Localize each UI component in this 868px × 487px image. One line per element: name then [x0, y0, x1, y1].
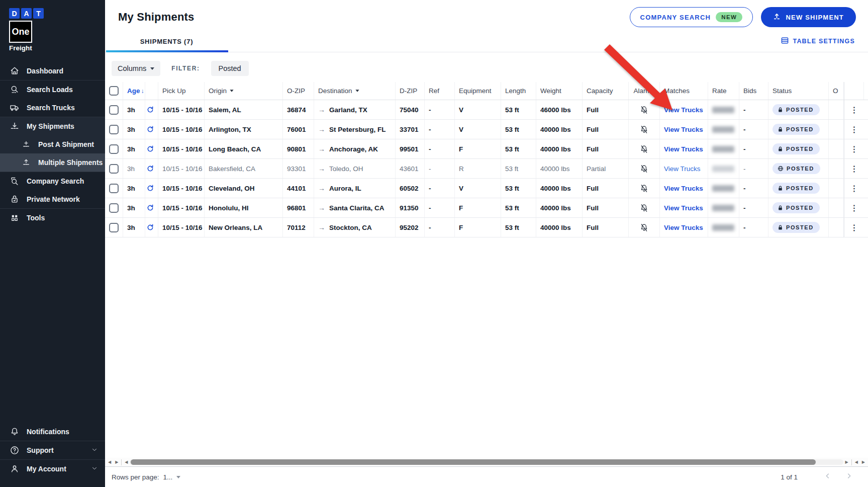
refresh-icon[interactable] [146, 145, 154, 153]
column-header-alarms[interactable]: Alarms [629, 82, 660, 100]
sidebar-item-search-trucks[interactable]: Search Trucks [0, 99, 105, 117]
length-cell: 53 ft [501, 100, 536, 119]
column-header-ozip[interactable]: O-ZIP [283, 82, 314, 100]
refresh-icon[interactable] [146, 106, 154, 114]
scroll-right-icon[interactable]: ▶ [843, 460, 850, 464]
empty-area [105, 237, 868, 458]
row-checkbox[interactable] [109, 164, 119, 174]
column-header-bids[interactable]: Bids [739, 82, 768, 100]
sidebar-item-label: Notifications [27, 428, 69, 436]
column-header-destination[interactable]: Destination [314, 82, 396, 100]
sidebar-item-private-network[interactable]: Private Network [0, 190, 105, 208]
scroll-right-icon[interactable]: ▶ [113, 460, 120, 464]
scrollbar-thumb[interactable] [131, 459, 815, 465]
refresh-icon[interactable] [146, 125, 154, 133]
caret-down-icon [176, 476, 180, 478]
column-header-rate[interactable]: Rate [708, 82, 739, 100]
refresh-cell [145, 179, 158, 198]
kebab-menu-icon[interactable]: ⋮ [850, 164, 858, 174]
caret-down-icon [230, 90, 233, 92]
row-checkbox[interactable] [109, 203, 119, 213]
sidebar-item-my-account[interactable]: My Account [0, 460, 105, 478]
kebab-menu-icon[interactable]: ⋮ [850, 144, 858, 154]
actions-cell: ⋮ [844, 218, 864, 237]
view-trucks-link[interactable]: View Trucks [664, 145, 703, 153]
rate-redacted [712, 185, 734, 192]
sidebar-item-search-loads[interactable]: Search Loads [0, 80, 105, 99]
scroll-right-icon[interactable]: ▶ [860, 460, 867, 464]
overflow-cell [829, 218, 844, 237]
kebab-menu-icon[interactable]: ⋮ [850, 125, 858, 134]
column-header-length[interactable]: Length [501, 82, 536, 100]
column-header-ref[interactable]: Ref [425, 82, 455, 100]
weight-cell: 40000 lbs [536, 139, 583, 158]
tab-shipments[interactable]: SHIPMENTS (7) [105, 38, 228, 52]
row-checkbox[interactable] [109, 223, 119, 232]
new-shipment-button[interactable]: NEW SHIPMENT [761, 7, 856, 27]
kebab-menu-icon[interactable]: ⋮ [850, 223, 858, 232]
row-checkbox[interactable] [109, 105, 119, 115]
sidebar-item-label: Dashboard [27, 67, 63, 75]
column-header-weight[interactable]: Weight [536, 82, 583, 100]
view-trucks-link[interactable]: View Trucks [664, 204, 703, 212]
refresh-icon[interactable] [146, 204, 154, 212]
view-trucks-link[interactable]: View Trucks [664, 106, 703, 114]
sidebar-item-multiple-shipments[interactable]: Multiple Shipments [0, 153, 105, 172]
sidebar-item-my-shipments[interactable]: My Shipments [0, 117, 105, 135]
scrollbar-track[interactable] [130, 459, 843, 465]
destination-cell: →St Petersburg, FL [314, 120, 396, 139]
column-header-age[interactable]: Age↓ [123, 82, 145, 100]
sidebar-item-post-a-shipment[interactable]: Post A Shipment [0, 135, 105, 153]
column-header-origin[interactable]: Origin [205, 82, 283, 100]
view-trucks-link[interactable]: View Trucks [664, 185, 703, 192]
row-checkbox[interactable] [109, 144, 119, 154]
column-header-dzip[interactable]: D-ZIP [396, 82, 425, 100]
column-header-status[interactable]: Status [768, 82, 829, 100]
view-trucks-link[interactable]: View Trucks [664, 126, 703, 133]
column-header-overflow[interactable]: O [829, 82, 844, 100]
refresh-icon[interactable] [146, 165, 154, 173]
column-header-pickup[interactable]: Pick Up [158, 82, 205, 100]
kebab-menu-icon[interactable]: ⋮ [850, 105, 858, 115]
refresh-icon[interactable] [146, 223, 154, 231]
sidebar-item-dashboard[interactable]: Dashboard [0, 62, 105, 80]
kebab-menu-icon[interactable]: ⋮ [850, 203, 858, 213]
rows-per-page-select[interactable]: Rows per page: 1... [112, 473, 180, 481]
kebab-menu-icon[interactable]: ⋮ [850, 184, 858, 193]
sidebar-item-tools[interactable]: Tools [0, 209, 105, 227]
bell-off-icon [639, 223, 649, 232]
row-checkbox[interactable] [109, 184, 119, 193]
ozip-cell: 70112 [283, 218, 314, 237]
table-settings-button[interactable]: TABLE SETTINGS [781, 37, 855, 46]
sidebar-item-support[interactable]: Support [0, 441, 105, 459]
refresh-icon[interactable] [146, 184, 154, 192]
alarms-cell [629, 139, 660, 158]
column-header-refresh [145, 82, 158, 100]
previous-page-button[interactable] [824, 472, 832, 482]
columns-dropdown[interactable]: Columns [112, 61, 160, 76]
refresh-cell [145, 139, 158, 158]
column-header-equipment[interactable]: Equipment [455, 82, 501, 100]
status-label: POSTED [786, 205, 814, 211]
scroll-left-icon[interactable]: ◀ [853, 460, 860, 464]
scroll-left-icon[interactable]: ◀ [106, 460, 113, 464]
next-page-button[interactable] [845, 472, 853, 482]
bids-cell: - [739, 198, 768, 217]
column-header-capacity[interactable]: Capacity [583, 82, 629, 100]
select-all-checkbox[interactable] [109, 86, 119, 96]
view-trucks-link[interactable]: View Trucks [664, 224, 703, 231]
dzip-cell: 91350 [396, 198, 425, 217]
app-root: D A T One Freight Dashboard Search Loads [0, 0, 868, 487]
equipment-cell: V [455, 120, 501, 139]
age-cell: 3h [123, 179, 145, 198]
sidebar-item-company-search[interactable]: Company Search [0, 172, 105, 190]
company-search-button[interactable]: COMPANY SEARCH NEW [630, 7, 753, 27]
scroll-left-icon[interactable]: ◀ [123, 460, 130, 464]
ref-cell: - [425, 198, 455, 217]
column-header-matches[interactable]: Matches [660, 82, 708, 100]
sidebar-item-notifications[interactable]: Notifications [0, 423, 105, 441]
view-trucks-link[interactable]: View Trucks [664, 165, 701, 173]
destination-cell: →Aurora, IL [314, 179, 396, 198]
filter-chip-posted[interactable]: Posted [211, 61, 249, 76]
row-checkbox[interactable] [109, 125, 119, 134]
